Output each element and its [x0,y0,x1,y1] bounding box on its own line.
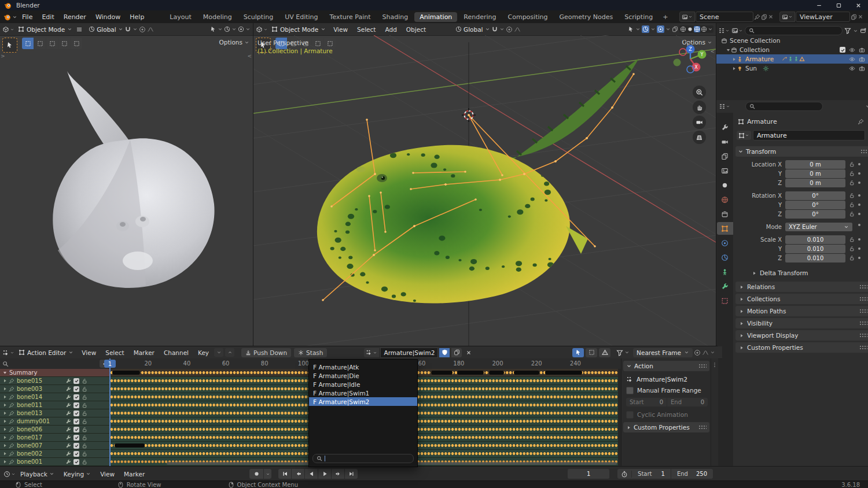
outliner-search-field[interactable] [745,26,843,35]
prop-value[interactable]: 0.010 [807,236,824,243]
lock-icon[interactable] [849,236,855,242]
proportional-edit-icon[interactable] [506,26,513,33]
channel-modifier-icon[interactable] [65,427,71,432]
manual-frame-range-label[interactable]: Manual Frame Range [637,387,701,394]
falloff-icon[interactable] [147,26,154,33]
channel-lock-icon[interactable] [82,419,87,424]
jump-to-start-button[interactable] [278,469,291,479]
tab-tool[interactable] [717,121,733,134]
snap-mode-chevron[interactable] [499,27,505,32]
section-viewport-display[interactable]: Viewport Display [735,330,868,341]
prop-value[interactable]: 0.010 [807,255,824,261]
animate-dot[interactable] [858,194,860,197]
animate-dot[interactable] [858,238,860,241]
action-name-value[interactable]: Armature|Swim2 [384,349,435,356]
action-dropdown-item[interactable]: F Armature|Die [309,371,417,380]
disable-render-icon[interactable] [859,47,865,53]
channel-lock-icon[interactable] [82,411,87,416]
channel-expander[interactable] [2,419,8,424]
snap-mode-select[interactable]: Nearest Frame [633,348,693,357]
section-expander[interactable] [739,297,744,302]
channel-pin-icon[interactable] [9,378,14,384]
tab-object[interactable] [717,222,733,235]
tab-geometry-nodes[interactable]: Geometry Nodes [554,12,618,22]
tab-collection[interactable] [717,208,733,220]
channel-expander[interactable] [2,411,8,416]
stash-label[interactable]: Stash [306,349,323,356]
channel-modifier-icon[interactable] [65,386,71,392]
prop-value[interactable]: 0° [812,193,818,199]
animate-dot[interactable] [858,257,860,259]
tab-shading[interactable]: Shading [377,12,414,22]
channel-bone002[interactable]: bone002 [0,450,110,458]
prop-value[interactable]: 0° [812,202,818,208]
mode-select[interactable]: Object Mode [269,24,328,34]
ds-menu-marker[interactable]: Marker [130,349,159,356]
playhead-line[interactable] [109,358,111,467]
action-name-field[interactable]: Armature|Swim2 [380,347,438,358]
channel-modifier-icon[interactable] [65,459,71,465]
tab-compositing[interactable]: Compositing [503,12,553,22]
start-field[interactable]: Start1 [632,469,671,479]
prop-value-field[interactable]: 0 m [785,160,845,169]
hide-eye-icon[interactable] [849,65,855,72]
delta-label[interactable]: Delta Transform [760,269,808,276]
tab-constraints[interactable] [717,236,733,249]
scene-copy-button[interactable] [761,14,767,20]
lock-icon[interactable] [849,255,855,261]
transform-expander[interactable] [738,149,744,154]
mode-select[interactable]: Object Mode [16,24,75,34]
tab-uv-editing[interactable]: UV Editing [279,12,323,22]
animate-dot[interactable] [858,182,860,184]
properties-options-chevron[interactable] [865,103,868,109]
section-collections[interactable]: Collections [735,294,868,304]
next-keyframe-button[interactable] [332,469,344,479]
zoom-view-button[interactable] [693,86,706,99]
manual-frame-range-checkbox[interactable] [626,387,634,394]
timeline-editor-button[interactable] [3,471,16,478]
hide-eye-icon[interactable] [849,56,855,62]
show-object-types-icon[interactable] [628,26,634,32]
previous-keyframe-button[interactable] [292,469,304,479]
channel-label[interactable]: bone007 [17,442,42,449]
sidebar-toggle-icon[interactable] [712,362,718,368]
channel-bone007[interactable]: bone007 [0,442,110,450]
viewlayer-unlink-button[interactable] [858,14,863,20]
xray-toggle-icon[interactable] [672,26,678,32]
end-value[interactable]: 250 [696,471,707,477]
expander-icon[interactable] [726,47,731,53]
play-button[interactable] [318,469,331,479]
tab-texture[interactable] [717,294,733,307]
marker-menu[interactable]: Marker [119,467,149,481]
add-workspace-button[interactable]: + [659,13,672,21]
tab-output[interactable] [717,150,733,162]
maximize-button[interactable] [829,0,848,10]
only-errors-toggle[interactable] [599,348,610,357]
custom-properties-header[interactable]: Custom Properties [623,422,709,432]
ds-menu-key[interactable]: Key [194,349,213,356]
new-action-copy-button[interactable] [451,348,462,357]
lock-icon[interactable] [849,180,855,186]
pan-view-button[interactable] [693,101,706,114]
scene-name-field[interactable]: Scene [696,12,753,22]
overlays-icon[interactable] [657,25,664,33]
action-browse-button[interactable] [364,348,379,357]
channel-expander[interactable] [2,435,8,440]
scene-pin-icon[interactable] [754,14,760,20]
action-panel-expander[interactable] [626,363,632,369]
prop-value[interactable]: 0 m [810,161,821,168]
auto-keyframe-stopwatch-icon[interactable] [617,471,632,478]
prop-value[interactable]: 0.010 [807,246,824,252]
snap-mode-label[interactable]: Nearest Frame [637,349,681,356]
hide-hidden-toggle[interactable] [586,348,597,357]
show-object-types-chevron[interactable] [218,27,223,32]
editor-type-button[interactable] [2,26,14,33]
falloff-icon[interactable] [514,26,521,33]
delta-expander[interactable] [752,271,757,276]
start-frame-label[interactable]: Start [630,399,643,405]
prop-value-field[interactable]: 0° [785,210,845,219]
ds-falloff-icon[interactable] [702,349,709,356]
id-type-button[interactable] [737,131,751,140]
channel-dummy001[interactable]: dummy001 [0,417,110,426]
channel-pin-icon[interactable] [9,427,14,432]
